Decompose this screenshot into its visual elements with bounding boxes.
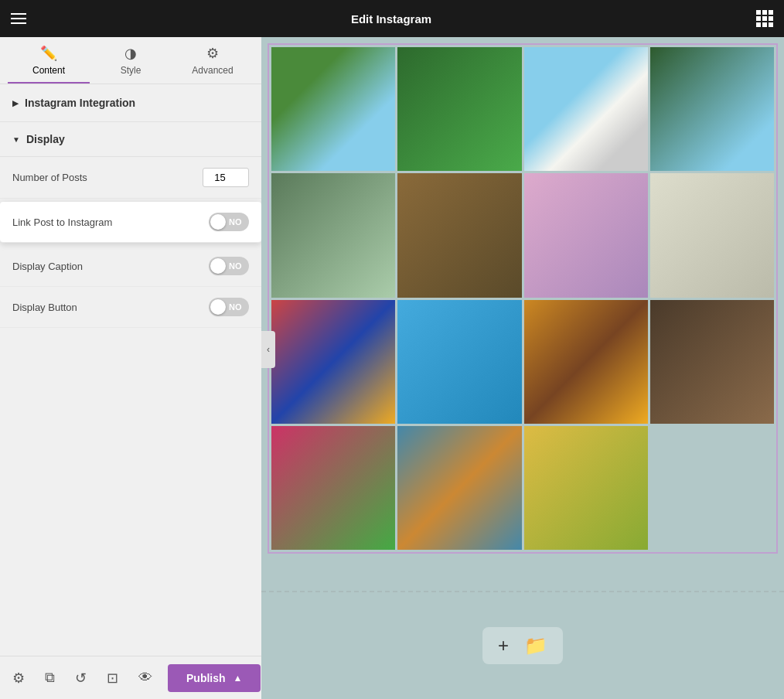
photo-item-3[interactable] — [524, 47, 648, 171]
tab-style[interactable]: ◑ Style — [90, 37, 172, 84]
photo-item-13[interactable] — [271, 426, 395, 550]
photo-grid — [268, 43, 778, 554]
sidebar-content: ▶ Instagram Integration ▼ Display Number… — [0, 84, 261, 656]
display-button-toggle[interactable]: NO — [209, 298, 249, 316]
edit-icon: ✏️ — [40, 45, 57, 62]
display-button-toggle-container: NO — [209, 298, 249, 316]
display-button-label: Display Button — [12, 302, 77, 313]
top-bar: Edit Instagram — [0, 0, 784, 37]
photo-item-11[interactable] — [524, 300, 648, 424]
display-section-header[interactable]: ▼ Display — [0, 122, 261, 157]
instagram-integration-label: Instagram Integration — [25, 97, 135, 109]
sidebar: ✏️ Content ◑ Style ⚙ Advanced ▶ Instagra… — [0, 37, 261, 699]
tab-content[interactable]: ✏️ Content — [8, 37, 90, 84]
display-caption-row: Display Caption NO — [0, 246, 261, 287]
display-button-knob — [210, 299, 226, 315]
add-icon[interactable]: + — [498, 635, 509, 656]
canvas-bottom: + 📁 — [261, 591, 784, 699]
chevron-up-icon: ▲ — [233, 673, 243, 684]
link-post-toggle-container: NO — [209, 213, 249, 231]
link-post-toggle-label: NO — [229, 217, 242, 227]
bottom-toolbar: ⚙ ⧉ ↺ ⊡ 👁 Publish ▲ — [0, 656, 261, 699]
photo-item-9[interactable] — [271, 300, 395, 424]
number-of-posts-label: Number of Posts — [12, 172, 87, 183]
instagram-arrow-icon: ▶ — [12, 99, 19, 107]
photo-item-7[interactable] — [524, 173, 648, 297]
display-section: ▼ Display Number of Posts Link Post to I… — [0, 122, 261, 328]
tabs: ✏️ Content ◑ Style ⚙ Advanced — [0, 37, 261, 84]
instagram-integration-header[interactable]: ▶ Instagram Integration — [0, 84, 261, 122]
publish-button[interactable]: Publish ▲ — [168, 664, 261, 692]
folder-icon[interactable]: 📁 — [524, 635, 547, 656]
link-post-label: Link Post to Instagram — [12, 217, 112, 228]
display-button-row: Display Button NO — [0, 287, 261, 328]
grid-icon[interactable] — [756, 10, 773, 27]
photo-item-1[interactable] — [271, 47, 395, 171]
display-button-toggle-label: NO — [229, 302, 242, 312]
display-arrow-icon: ▼ — [12, 135, 20, 144]
hamburger-icon[interactable] — [11, 13, 26, 24]
photo-item-10[interactable] — [397, 300, 521, 424]
display-caption-knob — [210, 258, 226, 274]
canvas-bottom-icons: + 📁 — [482, 627, 563, 664]
number-of-posts-row: Number of Posts — [0, 157, 261, 199]
toggle-knob — [210, 214, 226, 230]
display-caption-toggle[interactable]: NO — [209, 257, 249, 275]
photo-item-14[interactable] — [397, 426, 521, 550]
number-of-posts-input[interactable] — [203, 168, 249, 187]
display-caption-label: Display Caption — [12, 261, 83, 272]
link-post-row: Link Post to Instagram NO — [0, 202, 261, 243]
style-icon: ◑ — [124, 45, 137, 62]
tab-advanced[interactable]: ⚙ Advanced — [172, 37, 254, 84]
page-title: Edit Instagram — [351, 12, 431, 26]
eye-icon[interactable]: 👁 — [134, 665, 157, 690]
photo-item-4[interactable] — [650, 47, 774, 171]
photo-item-6[interactable] — [397, 173, 521, 297]
canvas-area: + 📁 — [261, 37, 784, 699]
sidebar-collapse-handle[interactable]: ‹ — [261, 331, 275, 368]
link-post-toggle[interactable]: NO — [209, 213, 249, 231]
display-caption-toggle-label: NO — [229, 261, 242, 271]
display-caption-toggle-container: NO — [209, 257, 249, 275]
history-icon[interactable]: ↺ — [70, 665, 91, 691]
photo-item-2[interactable] — [397, 47, 521, 171]
photo-item-12[interactable] — [650, 300, 774, 424]
photo-item-5[interactable] — [271, 173, 395, 297]
settings-icon[interactable]: ⚙ — [8, 665, 29, 691]
photo-item-8[interactable] — [650, 173, 774, 297]
display-section-label: Display — [26, 133, 65, 145]
gear-icon: ⚙ — [206, 45, 219, 62]
responsive-icon[interactable]: ⊡ — [102, 665, 123, 691]
photo-item-15[interactable] — [524, 426, 648, 550]
layers-icon[interactable]: ⧉ — [40, 665, 60, 690]
